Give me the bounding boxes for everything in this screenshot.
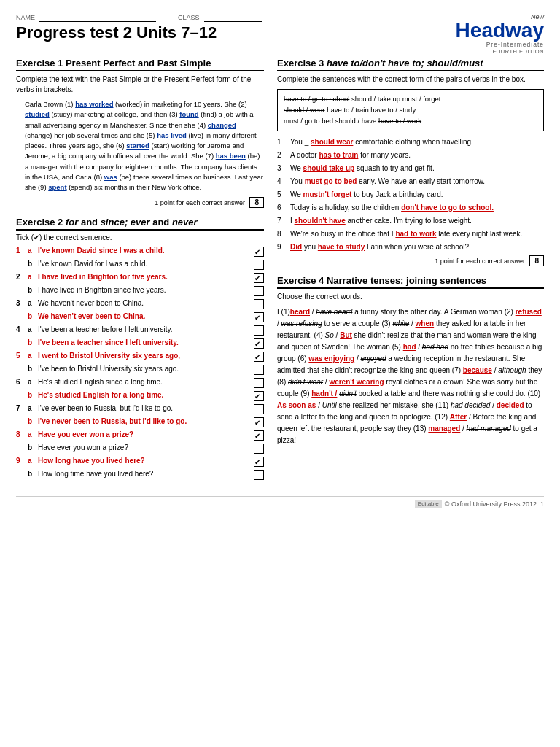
ex2-text-9a: How long have you lived here? [38, 456, 251, 466]
ex2-checkbox-3b[interactable]: ✔ [254, 312, 264, 322]
ex2-checkbox-8b[interactable] [254, 444, 264, 454]
ex2-item-5b: b I've been to Bristol University six ye… [16, 364, 264, 375]
exercise3-title: Exercise 3 have to/don't have to; should… [277, 58, 544, 71]
vocab-line3: must / go to bed should / have have to /… [284, 117, 421, 125]
exercise1-title-text: Exercise 1 Present Perfect and Past Simp… [16, 58, 211, 69]
exercise1-points-box: 8 [249, 197, 264, 208]
ex3-num-2: 2 [277, 150, 287, 160]
ex2-text-1a: I've known David since I was a child. [38, 246, 251, 256]
ex1-ans2: studied [25, 110, 50, 118]
ex1-ans7: has been [216, 152, 246, 160]
ex2-text-8a: Have you ever won a prize? [38, 430, 251, 440]
ex3-text-5: We mustn't forget to buy Jack a birthday… [290, 190, 544, 200]
exercise1: Exercise 1 Present Perfect and Past Simp… [16, 58, 264, 208]
name-class-row: NAME CLASS [16, 13, 262, 22]
ex2-checkbox-6a[interactable] [254, 378, 264, 388]
logo-edition: FOURTH EDITION [456, 48, 544, 55]
ex2-item-8a: 8 a Have you ever won a prize? ✔ [16, 430, 264, 441]
ex4-ans11-correct: decided [497, 401, 524, 409]
ex2-letter-6b: b [28, 390, 35, 400]
ex2-letter-3b: b [28, 311, 35, 322]
ex2-checkbox-5a[interactable]: ✔ [254, 352, 264, 362]
ex4-ans6-wrong: enjoyed [361, 355, 386, 363]
ex2-item-6a: 6 a He's studied English since a long ti… [16, 377, 264, 388]
ex1-ans5: has lived [157, 131, 187, 139]
exercise1-instructions: Complete the text with the Past Simple o… [16, 74, 264, 95]
ex3-text-2: A doctor has to train for many years. [290, 150, 544, 160]
ex2-checkbox-3a[interactable] [254, 299, 264, 309]
ex2-text-5b: I've been to Bristol University six year… [38, 364, 251, 374]
ex2-item-2a: 2 a I have lived in Brighton for five ye… [16, 272, 264, 283]
copyright-text: © Oxford University Press 2012 [445, 500, 537, 508]
ex3-text-9: Did you have to study Latin when you wer… [290, 242, 544, 252]
exercise3-points: 1 point for each correct answer 8 [277, 255, 544, 266]
ex3-item-2: 2 A doctor has to train for many years. [277, 150, 544, 160]
ex3-item-6: 6 Today is a holiday, so the children do… [277, 203, 544, 213]
ex2-checkbox-9b[interactable] [254, 470, 264, 480]
ex2-item-6b: b He's studied English for a long time. … [16, 390, 264, 401]
ex4-ans9a-correct: hadn't / [311, 390, 337, 398]
ex2-checkbox-8a[interactable]: ✔ [254, 430, 264, 441]
ex2-text-6a: He's studied English since a long time. [38, 377, 251, 387]
ex4-ans8-correct: weren't wearing [329, 378, 384, 386]
ex3-num-6: 6 [277, 203, 287, 213]
ex2-checkbox-2a[interactable]: ✔ [254, 273, 264, 283]
ex1-ans4: changed [208, 121, 236, 129]
main-content: Exercise 1 Present Perfect and Past Simp… [16, 58, 544, 489]
exercise3-points-text: 1 point for each correct answer [435, 258, 525, 265]
ex1-ans6: started [126, 142, 149, 150]
ex2-letter-4b: b [28, 338, 35, 348]
exercise2-tick-instruction: Tick (✔) the correct sentence. [16, 233, 264, 241]
ex2-item-5a: 5 a I went to Bristol University six yea… [16, 351, 264, 362]
ex4-ans9-wrong: didn't [339, 390, 357, 398]
ex2-checkbox-1b[interactable] [254, 260, 264, 270]
left-column: Exercise 1 Present Perfect and Past Simp… [16, 58, 264, 489]
ex4-ans7-correct: because [463, 366, 492, 374]
ex3-num-3: 3 [277, 163, 287, 174]
ex4-ans13-wrong: had managed [467, 425, 511, 433]
ex2-item-9b: b How long time have you lived here? [16, 469, 264, 480]
ex2-item-3b: b We haven't ever been to China. ✔ [16, 311, 264, 322]
exercise4: Exercise 4 Narrative tenses; joining sen… [277, 275, 544, 446]
ex2-text-2b: I have lived in Brighton since five year… [38, 285, 251, 295]
ex2-checkbox-7b[interactable]: ✔ [254, 417, 264, 427]
logo-headway: Headway [456, 20, 544, 41]
ex2-text-4b: I've been a teacher since I left univers… [38, 338, 251, 348]
ex2-num-2: 2 [16, 272, 25, 282]
test-title: Progress test 2 Units 7–12 [16, 23, 262, 42]
ex2-checkbox-4b[interactable]: ✔ [254, 338, 264, 349]
exercise3-list: 1 You _ should wear comfortable clothing… [277, 137, 544, 252]
header: NAME CLASS Progress test 2 Units 7–12 Ne… [16, 13, 544, 55]
exercise1-points-text: 1 point for each correct answer [155, 199, 245, 206]
ex2-letter-7b: b [28, 417, 35, 427]
ex2-checkbox-5b[interactable] [254, 365, 264, 375]
ex3-item-8: 8 We're so busy in the office that I had… [277, 229, 544, 239]
ex2-num-1: 1 [16, 246, 25, 256]
ex2-letter-1a: a [28, 246, 35, 256]
ex2-checkbox-4a[interactable] [254, 325, 264, 336]
ex3-text-6: Today is a holiday, so the children don'… [290, 203, 544, 213]
ex2-num-6: 6 [16, 377, 25, 387]
ex1-ans1: has worked [75, 100, 113, 108]
exercise1-points: 1 point for each correct answer 8 [16, 197, 264, 208]
ex2-checkbox-1a[interactable]: ✔ [254, 247, 264, 257]
ex3-num-8: 8 [277, 229, 287, 239]
ex2-checkbox-2b[interactable] [254, 286, 264, 296]
exercise3: Exercise 3 have to/don't have to; should… [277, 58, 544, 266]
ex4-ans1-correct: heard [290, 308, 310, 316]
ex2-checkbox-6b[interactable]: ✔ [254, 391, 264, 401]
ex4-ans3-correct: when [416, 320, 435, 328]
ex2-checkbox-7a[interactable] [254, 404, 264, 414]
exercise2-title: Exercise 2 for and since; ever and never [16, 217, 264, 231]
ex1-ans3: found [179, 110, 198, 118]
ex3-num-1: 1 [277, 137, 287, 147]
ex4-ans2-correct: refused [516, 308, 542, 316]
exercise4-title: Exercise 4 Narrative tenses; joining sen… [277, 275, 544, 289]
class-underline [204, 13, 262, 22]
ex3-item-4: 4 You must go to bed early. We have an e… [277, 177, 544, 187]
ex2-checkbox-9a[interactable]: ✔ [254, 457, 264, 467]
ex3-num-9: 9 [277, 242, 287, 252]
ex4-ans11-wrong: had decided [451, 401, 491, 409]
exercise4-title-text: Exercise 4 Narrative tenses; joining sen… [277, 275, 486, 286]
ex2-num-8: 8 [16, 430, 25, 440]
